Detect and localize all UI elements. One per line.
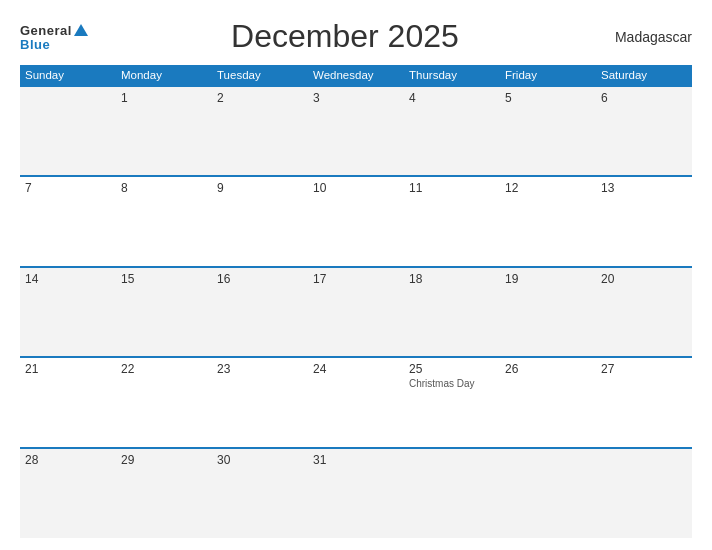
calendar-cell: 15 [116,267,212,357]
day-number: 28 [25,453,111,467]
day-number: 31 [313,453,399,467]
header: General Blue December 2025 Madagascar [20,18,692,55]
day-number: 16 [217,272,303,286]
calendar-cell: 16 [212,267,308,357]
calendar-cell: 18 [404,267,500,357]
logo-general: General [20,22,88,38]
day-number: 18 [409,272,495,286]
calendar-cell: 3 [308,86,404,176]
day-number: 30 [217,453,303,467]
week-row-4: 2122232425Christmas Day2627 [20,357,692,447]
calendar-cell: 5 [500,86,596,176]
day-number: 9 [217,181,303,195]
calendar-cell: 23 [212,357,308,447]
calendar-cell: 11 [404,176,500,266]
calendar-cell: 7 [20,176,116,266]
day-number: 25 [409,362,495,376]
day-number: 11 [409,181,495,195]
day-number: 7 [25,181,111,195]
logo-triangle-icon [74,24,88,36]
days-of-week-row: SundayMondayTuesdayWednesdayThursdayFrid… [20,65,692,86]
day-number: 1 [121,91,207,105]
week-row-5: 28293031 [20,448,692,538]
week-row-2: 78910111213 [20,176,692,266]
day-number: 5 [505,91,591,105]
day-number: 22 [121,362,207,376]
calendar-cell: 6 [596,86,692,176]
calendar-cell: 21 [20,357,116,447]
day-number: 8 [121,181,207,195]
day-number: 26 [505,362,591,376]
day-number: 23 [217,362,303,376]
calendar-header: SundayMondayTuesdayWednesdayThursdayFrid… [20,65,692,86]
day-header-wednesday: Wednesday [308,65,404,86]
calendar-cell: 27 [596,357,692,447]
week-row-3: 14151617181920 [20,267,692,357]
calendar-cell: 29 [116,448,212,538]
day-number: 27 [601,362,687,376]
logo: General Blue [20,22,88,51]
day-number: 2 [217,91,303,105]
country-label: Madagascar [602,29,692,45]
calendar-cell: 25Christmas Day [404,357,500,447]
day-number: 24 [313,362,399,376]
calendar-cell [20,86,116,176]
calendar-cell [500,448,596,538]
calendar-cell: 8 [116,176,212,266]
day-number: 14 [25,272,111,286]
calendar-page: General Blue December 2025 Madagascar Su… [0,0,712,550]
calendar-cell: 30 [212,448,308,538]
calendar-cell: 9 [212,176,308,266]
calendar-cell: 20 [596,267,692,357]
day-number: 17 [313,272,399,286]
calendar-cell [404,448,500,538]
calendar-cell: 28 [20,448,116,538]
day-header-thursday: Thursday [404,65,500,86]
day-number: 20 [601,272,687,286]
day-number: 3 [313,91,399,105]
calendar-cell: 19 [500,267,596,357]
day-number: 6 [601,91,687,105]
calendar-cell: 22 [116,357,212,447]
day-number: 15 [121,272,207,286]
calendar-cell: 13 [596,176,692,266]
calendar-table: SundayMondayTuesdayWednesdayThursdayFrid… [20,65,692,538]
logo-blue: Blue [20,38,88,51]
calendar-cell [596,448,692,538]
calendar-cell: 10 [308,176,404,266]
day-number: 29 [121,453,207,467]
calendar-body: 1234567891011121314151617181920212223242… [20,86,692,538]
calendar-cell: 17 [308,267,404,357]
calendar-cell: 4 [404,86,500,176]
day-header-tuesday: Tuesday [212,65,308,86]
event-label: Christmas Day [409,378,495,389]
calendar-cell: 26 [500,357,596,447]
day-header-friday: Friday [500,65,596,86]
calendar-cell: 24 [308,357,404,447]
calendar-cell: 2 [212,86,308,176]
calendar-cell: 31 [308,448,404,538]
day-header-saturday: Saturday [596,65,692,86]
day-number: 21 [25,362,111,376]
day-number: 19 [505,272,591,286]
calendar-cell: 12 [500,176,596,266]
day-number: 10 [313,181,399,195]
day-header-sunday: Sunday [20,65,116,86]
day-number: 12 [505,181,591,195]
day-number: 13 [601,181,687,195]
month-title: December 2025 [231,18,459,55]
calendar-cell: 14 [20,267,116,357]
week-row-1: 123456 [20,86,692,176]
calendar-cell: 1 [116,86,212,176]
day-header-monday: Monday [116,65,212,86]
day-number: 4 [409,91,495,105]
